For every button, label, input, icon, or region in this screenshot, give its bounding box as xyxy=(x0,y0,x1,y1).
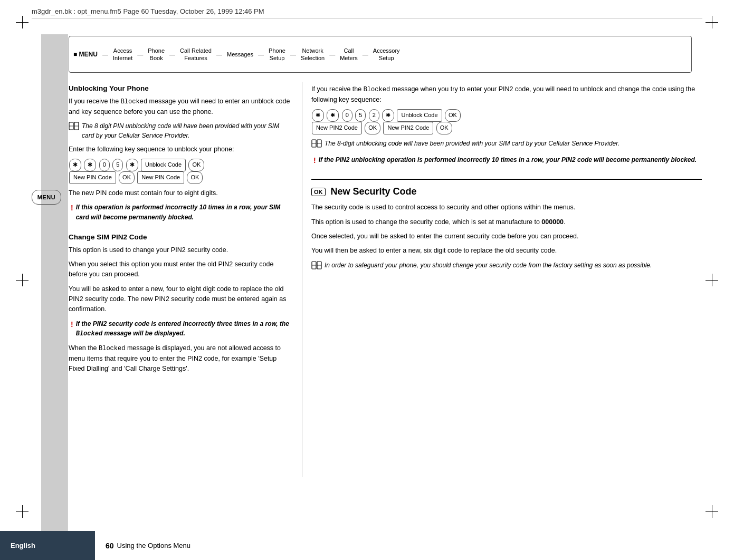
unblocking-title: Unblocking Your Phone xyxy=(69,84,290,92)
bottom-page-info: 60 Using the Options Menu xyxy=(95,542,190,550)
nav-item-access-internet[interactable]: AccessInternet xyxy=(110,47,136,62)
crosshair-top-left xyxy=(16,16,28,28)
blocked-text-4: Blocked xyxy=(364,86,390,93)
nav-arrow-1: — xyxy=(102,51,108,57)
nav-arrow-8: — xyxy=(363,51,368,57)
security-note1: In order to safeguard your phone, you sh… xyxy=(311,260,702,273)
unblocking-warning1: ! If this operation is performed incorre… xyxy=(69,202,290,222)
nav-arrow-6: — xyxy=(290,51,296,57)
right-para1: If you receive the Blocked message when … xyxy=(311,84,702,105)
security-para1: The security code is used to control acc… xyxy=(311,202,702,213)
key-newpin1: New PIN Code xyxy=(69,171,116,184)
crosshair-bottom-right xyxy=(706,505,718,518)
left-sidebar-bar xyxy=(41,34,68,531)
nav-item-phone-setup[interactable]: PhoneSetup xyxy=(265,47,289,62)
right-note1: The 8-digit unblocking code will have be… xyxy=(311,139,702,151)
warning-icon-1: ! xyxy=(71,202,73,214)
key-ok2: OK xyxy=(119,171,135,184)
note-icon-2 xyxy=(311,139,322,151)
unblocking-para1: If you receive the Blocked message you w… xyxy=(69,96,290,117)
nav-item-call-meters[interactable]: CallMeters xyxy=(337,47,361,62)
blocked-text-2: Blocked xyxy=(76,330,102,337)
language-label: English xyxy=(11,542,35,549)
r-key-0: 0 xyxy=(342,109,352,122)
r-key-5: 5 xyxy=(355,109,366,122)
right-warning1-text: If the PIN2 unblocking operation is perf… xyxy=(319,155,697,165)
unblocking-warning1-text: If this operation is performed incorrect… xyxy=(76,202,290,222)
note-icon-1 xyxy=(69,121,79,133)
menu-label: ■ MENU xyxy=(73,51,98,58)
column-divider xyxy=(302,82,302,477)
left-column: Unblocking Your Phone If you receive the… xyxy=(69,84,290,378)
key-ok1: OK xyxy=(188,159,204,171)
unblocking-para3: The new PIN code must contain four to ei… xyxy=(69,188,290,198)
default-code: 000000 xyxy=(541,218,564,226)
key-ok3: OK xyxy=(187,171,203,184)
key-unblock: Unblock Code xyxy=(141,159,186,171)
nav-item-accessory-setup[interactable]: AccessorySetup xyxy=(370,47,403,62)
unblocking-note1-text: The 8 digit PIN unblocking code will hav… xyxy=(82,122,279,139)
menu-navigation-bar: ■ MENU — AccessInternet — PhoneBook — Ca… xyxy=(69,36,692,73)
new-security-code-title: OK New Security Code xyxy=(311,186,702,197)
r-key-unblock: Unblock Code xyxy=(397,109,442,122)
key-seq-2: ✱ ✱ 0 5 2 ✱ Unblock Code OK New PIN2 Cod… xyxy=(311,109,702,134)
warning-icon-2: ! xyxy=(71,319,73,331)
key-5: 5 xyxy=(112,159,123,171)
page-text: Using the Options Menu xyxy=(117,542,190,549)
change-pin2-para3: You will be asked to enter a new, four t… xyxy=(69,284,290,315)
menu-side-label: MENU xyxy=(32,190,61,205)
r-key-newpin2-2: New PIN2 Code xyxy=(383,122,433,134)
note-icon-3 xyxy=(311,260,322,273)
r-key-star2: ✱ xyxy=(327,109,339,122)
r-key-ok1: OK xyxy=(445,109,461,122)
page-header: m3gdr_en.bk : opt_menu.fm5 Page 60 Tuesd… xyxy=(32,7,702,19)
change-pin2-para4: When the Blocked message is displayed, y… xyxy=(69,343,290,374)
right-column: If you receive the Blocked message when … xyxy=(311,84,702,277)
security-para4: You will then be asked to enter a new, s… xyxy=(311,246,702,256)
bottom-language: English xyxy=(0,531,95,560)
nav-arrow-5: — xyxy=(258,51,264,57)
security-para3: Once selected, you will be asked to ente… xyxy=(311,231,702,242)
ok-badge: OK xyxy=(311,188,326,196)
change-pin2-title: Change SIM PIN2 Code xyxy=(69,233,290,241)
key-star3: ✱ xyxy=(126,159,138,171)
nav-item-call-related[interactable]: Call RelatedFeatures xyxy=(177,47,215,62)
r-key-ok3: OK xyxy=(436,122,452,134)
change-pin2-warning: ! If the PIN2 security code is entered i… xyxy=(69,319,290,339)
nav-item-messages[interactable]: Messages xyxy=(224,51,256,58)
r-key-2: 2 xyxy=(369,109,379,122)
right-warning1: ! If the PIN2 unblocking operation is pe… xyxy=(311,155,702,167)
unblocking-note1: The 8 digit PIN unblocking code will hav… xyxy=(69,121,290,140)
nav-arrow-7: — xyxy=(329,51,335,57)
change-pin2-para1: This option is used to change your PIN2 … xyxy=(69,245,290,255)
key-star1: ✱ xyxy=(69,159,81,171)
crosshair-bottom-left xyxy=(16,505,28,518)
bottom-bar: English 60 Using the Options Menu xyxy=(0,531,734,560)
r-key-newpin2-1: New PIN2 Code xyxy=(312,122,362,134)
warning-icon-3: ! xyxy=(313,155,316,167)
key-seq-1: ✱ ✱ 0 5 ✱ Unblock Code OK New PIN Code O… xyxy=(69,159,290,184)
nav-item-phone-book[interactable]: PhoneBook xyxy=(145,47,168,62)
nav-item-network-selection[interactable]: NetworkSelection xyxy=(298,47,328,62)
nav-arrow-4: — xyxy=(216,51,222,57)
unblocking-para2: Enter the following key sequence to unbl… xyxy=(69,144,290,155)
change-pin2-para2: When you select this option you must ent… xyxy=(69,259,290,280)
page-number: 60 xyxy=(106,542,114,550)
security-para2: This option is used to change the securi… xyxy=(311,217,702,227)
r-key-star3: ✱ xyxy=(382,109,394,122)
new-security-code-title-text: New Security Code xyxy=(331,186,417,197)
nav-arrow-2: — xyxy=(137,51,143,57)
r-key-ok2: OK xyxy=(365,122,380,134)
blocked-text-1: Blocked xyxy=(121,98,147,105)
crosshair-top-right xyxy=(706,16,718,28)
key-star2: ✱ xyxy=(84,159,96,171)
key-newpin2: New PIN Code xyxy=(137,171,184,184)
page-header-text: m3gdr_en.bk : opt_menu.fm5 Page 60 Tuesd… xyxy=(32,7,264,15)
blocked-text-3: Blocked xyxy=(99,345,125,352)
nav-arrow-3: — xyxy=(169,51,175,57)
crosshair-mid-right xyxy=(706,274,718,286)
r-key-star1: ✱ xyxy=(312,109,324,122)
key-0: 0 xyxy=(99,159,110,171)
right-note1-text: The 8-digit unblocking code will have be… xyxy=(325,139,619,148)
security-note1-text: In order to safeguard your phone, you sh… xyxy=(325,260,652,270)
